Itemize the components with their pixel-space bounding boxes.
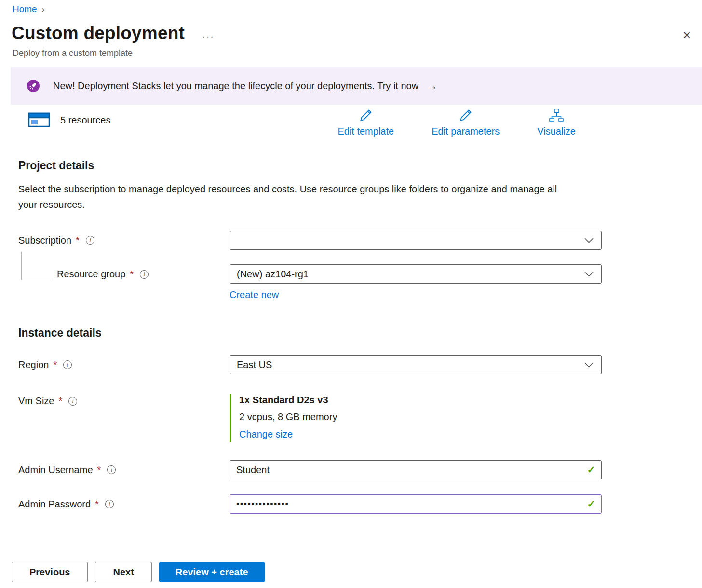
project-details-heading: Project details — [18, 159, 689, 172]
admin-username-label: Admin Username — [18, 465, 93, 476]
breadcrumb-home-link[interactable]: Home — [13, 4, 37, 14]
create-new-link[interactable]: Create new — [230, 289, 279, 301]
info-icon[interactable]: i — [140, 270, 148, 279]
resource-count: 5 resources — [60, 115, 111, 126]
vm-size-selection: 1x Standard D2s v3 2 vcpus, 8 GB memory … — [230, 394, 602, 442]
resource-group-row: Resource group * i (New) az104-rg1 Creat… — [18, 264, 689, 301]
required-asterisk: * — [53, 359, 57, 370]
breadcrumb: Home › — [0, 0, 702, 14]
close-icon[interactable]: ✕ — [682, 30, 691, 41]
vm-size-specs: 2 vcpus, 8 GB memory — [239, 411, 602, 423]
edit-template-label: Edit template — [338, 126, 394, 137]
edit-parameters-label: Edit parameters — [432, 126, 500, 137]
resource-group-label: Resource group — [57, 269, 125, 280]
required-asterisk: * — [97, 465, 101, 476]
info-icon[interactable]: i — [107, 465, 116, 474]
vm-size-row: Vm Size * i 1x Standard D2s v3 2 vcpus, … — [18, 394, 689, 442]
info-icon[interactable]: i — [63, 360, 72, 369]
page-subtitle: Deploy from a custom template — [0, 43, 702, 58]
region-value: East US — [237, 359, 272, 370]
template-resources-icon — [28, 110, 50, 130]
subscription-row: Subscription * i — [18, 231, 689, 250]
region-label: Region — [18, 359, 49, 370]
resource-group-dropdown[interactable]: (New) az104-rg1 — [230, 264, 602, 284]
visualize-label: Visualize — [537, 126, 576, 137]
info-icon[interactable]: i — [86, 236, 94, 245]
hierarchy-connector-line — [21, 252, 51, 280]
visualize-link[interactable]: Visualize — [537, 109, 576, 137]
review-create-button[interactable]: Review + create — [159, 562, 265, 582]
deployment-stacks-banner[interactable]: New! Deployment Stacks let you manage th… — [11, 67, 702, 105]
required-asterisk: * — [58, 396, 62, 407]
info-icon[interactable]: i — [105, 500, 114, 508]
template-summary-row: 5 resources Edit template Edit parameter… — [0, 105, 702, 137]
vm-size-label: Vm Size — [18, 396, 54, 407]
info-icon[interactable]: i — [68, 397, 77, 406]
form-content: Project details Select the subscription … — [0, 159, 702, 514]
page-title: Custom deployment — [12, 23, 185, 43]
admin-username-input[interactable] — [230, 460, 602, 479]
next-button[interactable]: Next — [95, 562, 151, 582]
breadcrumb-chevron-icon: › — [42, 4, 45, 14]
pencil-icon — [457, 108, 474, 125]
chevron-down-icon — [584, 362, 594, 368]
instance-details-heading: Instance details — [18, 327, 689, 340]
admin-password-label: Admin Password — [18, 499, 91, 510]
edit-parameters-link[interactable]: Edit parameters — [432, 108, 500, 137]
required-asterisk: * — [76, 235, 80, 246]
custom-deployment-blade: Home › Custom deployment ··· ✕ Deploy fr… — [0, 0, 702, 588]
change-size-link[interactable]: Change size — [239, 429, 293, 440]
previous-button[interactable]: Previous — [12, 562, 88, 582]
required-asterisk: * — [130, 269, 134, 280]
region-row: Region * i East US — [18, 355, 689, 374]
template-action-links: Edit template Edit parameters — [338, 108, 576, 137]
pencil-icon — [357, 108, 375, 125]
project-details-description: Select the subscription to manage deploy… — [18, 182, 573, 212]
subscription-dropdown[interactable] — [230, 231, 602, 250]
footer-actions: Previous Next Review + create — [12, 562, 265, 582]
vm-size-title: 1x Standard D2s v3 — [239, 395, 602, 406]
template-resource-summary: 5 resources — [28, 110, 111, 130]
org-chart-icon — [548, 109, 565, 125]
resource-group-value: (New) az104-rg1 — [237, 269, 309, 280]
edit-template-link[interactable]: Edit template — [338, 108, 394, 137]
admin-password-row: Admin Password * i ✓ — [18, 494, 689, 514]
title-more-menu-icon[interactable]: ··· — [202, 31, 215, 42]
region-dropdown[interactable]: East US — [230, 355, 602, 374]
required-asterisk: * — [95, 499, 99, 510]
admin-username-row: Admin Username * i ✓ — [18, 460, 689, 479]
rocket-icon — [27, 79, 40, 93]
page-header: Custom deployment ··· — [0, 14, 702, 43]
subscription-label: Subscription — [18, 235, 71, 246]
admin-password-input[interactable] — [230, 494, 602, 514]
arrow-right-icon: → — [426, 80, 437, 93]
banner-message: New! Deployment Stacks let you manage th… — [53, 81, 418, 92]
chevron-down-icon — [584, 272, 594, 277]
chevron-down-icon — [584, 238, 594, 243]
